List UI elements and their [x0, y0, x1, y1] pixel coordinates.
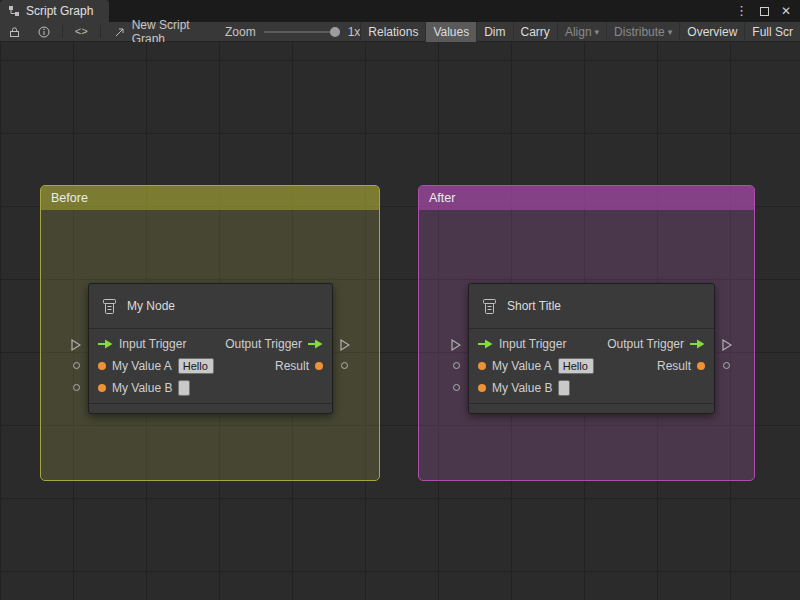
- node-header[interactable]: Short Title: [469, 284, 714, 329]
- kebab-menu-icon[interactable]: ⋮: [735, 6, 748, 16]
- port-row: My Value A Hello Result: [89, 355, 332, 377]
- group-title: Before: [51, 191, 88, 205]
- tab-strip: Script Graph ⋮ ✕: [0, 0, 800, 22]
- flow-output-port[interactable]: [690, 339, 705, 349]
- external-flow-output-port[interactable]: [340, 339, 350, 351]
- external-value-input-port[interactable]: [73, 384, 80, 391]
- port-label: Input Trigger: [119, 337, 186, 351]
- port-label: Output Trigger: [225, 337, 302, 351]
- port-row: Input Trigger Output Trigger: [89, 333, 332, 355]
- zoom-slider[interactable]: [264, 31, 340, 33]
- values-button[interactable]: Values: [425, 22, 476, 42]
- external-value-output-port[interactable]: [341, 362, 348, 369]
- value-field[interactable]: Hello: [558, 358, 594, 374]
- value-input-port[interactable]: [98, 384, 106, 392]
- external-flow-input-port[interactable]: [71, 339, 81, 351]
- port-label: My Value B: [112, 381, 172, 395]
- graph-icon: [8, 5, 20, 17]
- port-label: Output Trigger: [607, 337, 684, 351]
- external-value-input-port[interactable]: [453, 362, 460, 369]
- zoom-value: 1x: [348, 25, 361, 39]
- port-row: My Value A Hello Result: [469, 355, 714, 377]
- node-ports: Input Trigger Output Trigger My Value A …: [469, 329, 714, 404]
- group-header[interactable]: After: [419, 186, 754, 210]
- lock-icon[interactable]: [0, 22, 29, 42]
- close-icon[interactable]: ✕: [781, 4, 791, 18]
- group-header[interactable]: Before: [41, 186, 379, 210]
- port-label: Input Trigger: [499, 337, 566, 351]
- tab-label: Script Graph: [26, 4, 93, 18]
- flow-output-port[interactable]: [308, 339, 323, 349]
- info-icon[interactable]: [29, 22, 59, 42]
- value-output-port[interactable]: [697, 362, 705, 370]
- value-input-port[interactable]: [478, 362, 486, 370]
- graph-toolbar: <> New Script Graph Zoom 1x Relations Va…: [0, 22, 800, 42]
- toolbar-button-group: Relations Values Dim Carry Align▾ Distri…: [360, 22, 800, 42]
- value-field-empty[interactable]: [558, 380, 570, 396]
- node-my-node[interactable]: My Node Input Trigger Output Trigger: [88, 283, 333, 414]
- new-script-graph-button[interactable]: New Script Graph: [104, 22, 207, 42]
- node-short-title[interactable]: Short Title Input Trigger Output Trigger: [468, 283, 715, 414]
- distribute-dropdown[interactable]: Distribute▾: [606, 22, 679, 42]
- value-field[interactable]: Hello: [178, 358, 214, 374]
- window-controls: ⋮ ✕: [735, 0, 800, 22]
- port-row: My Value B: [469, 377, 714, 399]
- tab-script-graph[interactable]: Script Graph: [0, 0, 109, 22]
- fullscreen-button[interactable]: Full Scr: [744, 22, 800, 42]
- value-input-port[interactable]: [478, 384, 486, 392]
- node-ports: Input Trigger Output Trigger My Value A …: [89, 329, 332, 404]
- flow-input-port[interactable]: [98, 339, 113, 349]
- carry-button[interactable]: Carry: [513, 22, 557, 42]
- node-footer: [469, 404, 714, 414]
- value-field-empty[interactable]: [178, 380, 190, 396]
- value-output-port[interactable]: [315, 362, 323, 370]
- node-title: My Node: [127, 299, 175, 313]
- code-icon[interactable]: <>: [66, 22, 97, 42]
- port-row: Input Trigger Output Trigger: [469, 333, 714, 355]
- node-footer: [89, 404, 332, 414]
- external-value-output-port[interactable]: [723, 362, 730, 369]
- relations-button[interactable]: Relations: [360, 22, 425, 42]
- external-flow-input-port[interactable]: [451, 339, 461, 351]
- port-label: Result: [275, 359, 309, 373]
- unit-icon: [481, 298, 498, 315]
- port-label: My Value B: [492, 381, 552, 395]
- port-row: My Value B: [89, 377, 332, 399]
- dim-button[interactable]: Dim: [476, 22, 512, 42]
- external-value-input-port[interactable]: [453, 384, 460, 391]
- external-value-input-port[interactable]: [73, 362, 80, 369]
- zoom-label: Zoom: [225, 25, 256, 39]
- toolbar-separator: [100, 25, 101, 38]
- toolbar-separator: [62, 25, 63, 38]
- node-title: Short Title: [507, 299, 561, 313]
- chevron-down-icon: ▾: [668, 27, 673, 37]
- align-dropdown[interactable]: Align▾: [557, 22, 606, 42]
- script-graph-window: Script Graph ⋮ ✕ <>: [0, 0, 800, 600]
- zoom-control: Zoom 1x: [225, 25, 360, 39]
- unit-icon: [101, 298, 118, 315]
- port-label: Result: [657, 359, 691, 373]
- zoom-slider-knob[interactable]: [330, 27, 340, 37]
- port-label: My Value A: [112, 359, 172, 373]
- new-graph-icon: [114, 26, 126, 38]
- flow-input-port[interactable]: [478, 339, 493, 349]
- value-input-port[interactable]: [98, 362, 106, 370]
- chevron-down-icon: ▾: [595, 27, 600, 37]
- overview-button[interactable]: Overview: [679, 22, 744, 42]
- node-header[interactable]: My Node: [89, 284, 332, 329]
- maximize-icon[interactable]: [760, 7, 769, 16]
- group-title: After: [429, 191, 455, 205]
- graph-canvas[interactable]: Before After My Node: [0, 42, 800, 600]
- port-label: My Value A: [492, 359, 552, 373]
- external-flow-output-port[interactable]: [722, 339, 732, 351]
